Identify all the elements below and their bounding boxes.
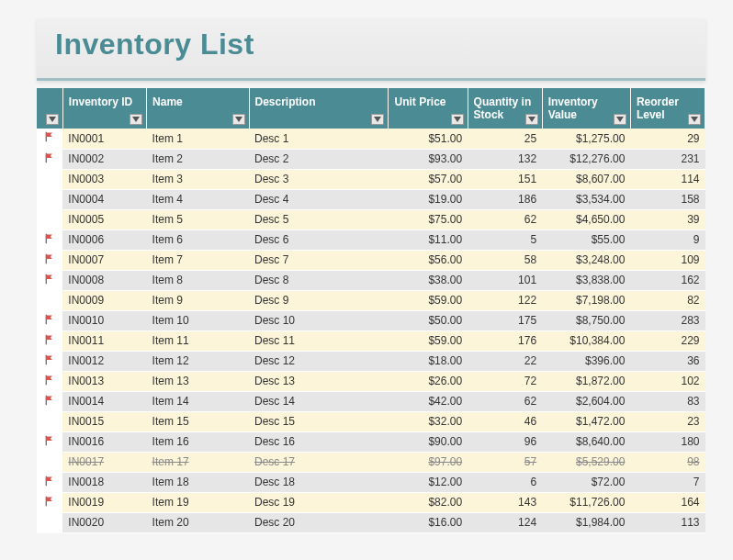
table-row[interactable]: IN0013Item 13Desc 13$26.0072$1,872.00102 [37,371,705,391]
table-row[interactable]: IN0005Item 5Desc 5$75.0062$4,650.0039 [37,209,705,230]
cell-name: Item 7 [147,250,249,270]
cell-unit-price: $32.00 [389,411,468,431]
cell-reorder-level: 229 [630,330,705,351]
cell-inventory-value: $10,384.00 [542,330,630,351]
cell-unit-price: $12.00 [389,472,468,492]
header-name[interactable]: Name [147,88,249,129]
reorder-flag-cell [37,371,62,391]
cell-quantity: 58 [468,250,542,270]
header-inventory-value[interactable]: Inventory Value [542,88,630,129]
cell-description: Desc 14 [249,391,389,411]
table-row[interactable]: IN0019Item 19Desc 19$82.00143$11,726.001… [37,492,705,512]
cell-unit-price: $42.00 [389,391,468,411]
cell-description: Desc 19 [249,492,389,512]
header-unit-price[interactable]: Unit Price [389,88,468,129]
flag-icon [44,355,55,368]
cell-reorder-level: 158 [630,189,705,209]
flag-icon [44,436,55,449]
table-row[interactable]: IN0016Item 16Desc 16$90.0096$8,640.00180 [37,431,705,452]
cell-quantity: 96 [468,431,542,452]
table-row[interactable]: IN0007Item 7Desc 7$56.0058$3,248.00109 [37,250,705,270]
cell-inventory-id: IN0010 [62,310,146,330]
cell-quantity: 132 [468,149,542,169]
flag-icon [44,153,55,166]
cell-inventory-value: $5,529.00 [542,452,630,472]
flag-icon [44,476,55,489]
cell-unit-price: $18.00 [389,351,468,371]
header-reorder-level[interactable]: Reorder Level [630,88,705,129]
filter-dropdown-icon[interactable] [371,114,384,125]
filter-dropdown-icon[interactable] [46,114,59,125]
cell-inventory-value: $72.00 [542,472,630,492]
filter-dropdown-icon[interactable] [451,114,464,125]
table-row[interactable]: IN0006Item 6Desc 6$11.005$55.009 [37,230,705,250]
cell-reorder-level: 23 [630,411,705,431]
cell-inventory-id: IN0004 [62,189,146,209]
cell-reorder-level: 113 [630,512,705,532]
filter-dropdown-icon[interactable] [130,114,142,125]
cell-name: Item 8 [147,270,249,290]
cell-inventory-id: IN0007 [62,250,146,270]
table-body: IN0001Item 1Desc 1$51.0025$1,275.0029IN0… [37,129,705,532]
table-row[interactable]: IN0015Item 15Desc 15$32.0046$1,472.0023 [37,411,705,431]
cell-unit-price: $59.00 [389,330,468,351]
filter-dropdown-icon[interactable] [614,114,626,125]
reorder-flag-cell [37,169,62,189]
cell-name: Item 14 [147,391,249,411]
cell-unit-price: $50.00 [389,310,468,330]
cell-inventory-id: IN0019 [62,492,146,512]
cell-quantity: 176 [468,330,542,351]
table-row[interactable]: IN0003Item 3Desc 3$57.00151$8,607.00114 [37,169,705,189]
cell-reorder-level: 82 [630,290,705,310]
cell-quantity: 186 [468,189,542,209]
cell-name: Item 10 [147,310,249,330]
cell-unit-price: $38.00 [389,270,468,290]
cell-description: Desc 17 [249,452,389,472]
table-row[interactable]: IN0012Item 12Desc 12$18.0022$396.0036 [37,351,705,371]
flag-icon [44,132,55,145]
cell-description: Desc 16 [249,431,389,452]
cell-name: Item 20 [147,512,249,532]
filter-dropdown-icon[interactable] [688,114,701,125]
cell-name: Item 17 [147,452,249,472]
reorder-flag-cell [37,330,62,351]
cell-inventory-value: $1,472.00 [542,411,630,431]
cell-inventory-id: IN0020 [62,512,146,532]
cell-name: Item 11 [147,330,249,351]
table-row[interactable]: IN0004Item 4Desc 4$19.00186$3,534.00158 [37,189,705,209]
table-row[interactable]: IN0020Item 20Desc 20$16.00124$1,984.0011… [37,512,705,532]
table-row[interactable]: IN0017Item 17Desc 17$97.0057$5,529.0098 [37,452,705,472]
header-quantity-in-stock[interactable]: Quantity in Stock [468,88,542,129]
filter-dropdown-icon[interactable] [232,114,245,125]
cell-inventory-id: IN0016 [62,431,146,452]
cell-inventory-value: $1,872.00 [542,371,630,391]
flag-icon [44,274,55,287]
cell-description: Desc 10 [249,310,389,330]
cell-name: Item 6 [147,230,249,250]
table-row[interactable]: IN0011Item 11Desc 11$59.00176$10,384.002… [37,330,705,351]
table-row[interactable]: IN0008Item 8Desc 8$38.00101$3,838.00162 [37,270,705,290]
table-row[interactable]: IN0018Item 18Desc 18$12.006$72.007 [37,472,705,492]
cell-quantity: 5 [468,230,542,250]
table-row[interactable]: IN0002Item 2Desc 2$93.00132$12,276.00231 [37,149,705,169]
cell-reorder-level: 231 [630,149,705,169]
table-row[interactable]: IN0009Item 9Desc 9$59.00122$7,198.0082 [37,290,705,310]
page-title: Inventory List [55,28,687,62]
cell-reorder-level: 29 [630,129,705,149]
header-description[interactable]: Description [249,88,389,129]
cell-unit-price: $19.00 [389,189,468,209]
table-row[interactable]: IN0010Item 10Desc 10$50.00175$8,750.0028… [37,310,705,330]
reorder-flag-cell [37,209,62,230]
table-row[interactable]: IN0001Item 1Desc 1$51.0025$1,275.0029 [37,129,705,149]
table-row[interactable]: IN0014Item 14Desc 14$42.0062$2,604.0083 [37,391,705,411]
cell-name: Item 16 [147,431,249,452]
cell-unit-price: $93.00 [389,149,468,169]
cell-quantity: 46 [468,411,542,431]
filter-dropdown-icon[interactable] [525,114,538,125]
header-flag[interactable] [37,88,62,129]
cell-quantity: 57 [468,452,542,472]
cell-name: Item 3 [147,169,249,189]
cell-description: Desc 15 [249,411,389,431]
header-inventory-id[interactable]: Inventory ID [62,88,146,129]
reorder-flag-cell [37,149,62,169]
